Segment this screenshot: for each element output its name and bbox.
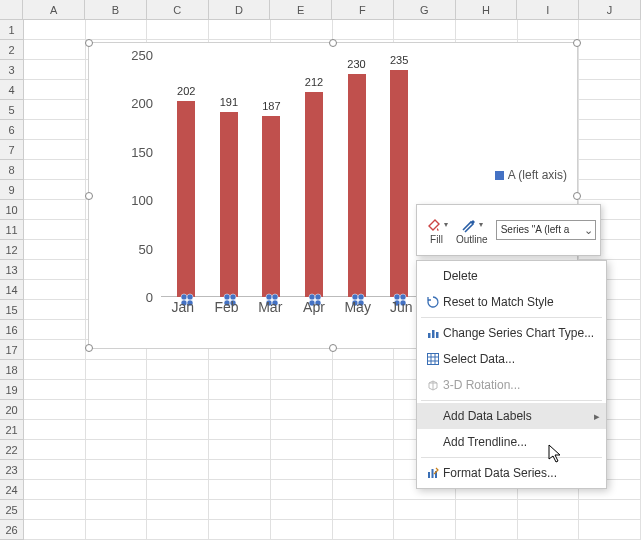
col-header[interactable]: D [209,0,271,20]
chevron-down-icon: ▾ [444,220,448,229]
col-header[interactable]: F [332,0,394,20]
svg-rect-36 [428,472,430,478]
data-label: 191 [209,96,249,108]
row-header[interactable]: 21 [0,420,24,440]
row-header[interactable]: 17 [0,340,24,360]
submenu-arrow-icon: ▸ [594,410,600,423]
row-header[interactable]: 16 [0,320,24,340]
resize-handle[interactable] [85,192,93,200]
reset-icon [423,295,443,309]
cube-icon [423,378,443,392]
row-header[interactable]: 13 [0,260,24,280]
row-header[interactable]: 9 [0,180,24,200]
row-header[interactable]: 1 [0,20,24,40]
y-tick-label: 150 [131,144,153,159]
data-label: 202 [166,85,206,97]
select-data-icon [423,352,443,366]
bar[interactable]: 187 [251,116,293,297]
resize-handle[interactable] [85,344,93,352]
col-header[interactable]: E [270,0,332,20]
x-tick-label: Mar [249,299,292,321]
x-tick-label: Apr [293,299,336,321]
menu-add-data-labels[interactable]: Add Data Labels ▸ [417,403,606,429]
col-header[interactable]: C [147,0,209,20]
col-header[interactable]: H [456,0,518,20]
chart-legend[interactable]: A (left axis) [495,168,567,182]
row-header[interactable]: 2 [0,40,24,60]
data-label: 212 [294,76,334,88]
col-header[interactable]: I [517,0,579,20]
menu-add-trendline[interactable]: Add Trendline... [417,429,606,455]
menu-select-data[interactable]: Select Data... [417,346,606,372]
column-headers: ABCDEFGHIJ [0,0,641,20]
row-header[interactable]: 22 [0,440,24,460]
fill-button[interactable]: ▾ Fill [421,214,452,247]
resize-handle[interactable] [573,192,581,200]
outline-label: Outline [456,234,488,245]
row-header[interactable]: 26 [0,520,24,540]
row-header[interactable]: 12 [0,240,24,260]
y-tick-label: 250 [131,48,153,63]
bar[interactable]: 235 [378,70,420,297]
resize-handle[interactable] [329,344,337,352]
fill-label: Fill [430,234,443,245]
y-tick-label: 200 [131,96,153,111]
col-header[interactable]: B [85,0,147,20]
series-selector-value: Series "A (left a [496,220,596,240]
menu-reset-style[interactable]: Reset to Match Style [417,289,606,315]
outline-button[interactable]: ▾ Outline [452,214,492,247]
y-tick-label: 0 [146,290,153,305]
menu-separator [421,457,602,458]
bar[interactable]: 202 [165,101,207,297]
data-label: 230 [337,58,377,70]
row-header[interactable]: 25 [0,500,24,520]
row-header[interactable]: 10 [0,200,24,220]
bar[interactable]: 191 [208,112,250,297]
row-header[interactable]: 7 [0,140,24,160]
row-header[interactable]: 24 [0,480,24,500]
row-header[interactable]: 15 [0,300,24,320]
svg-rect-28 [428,333,431,338]
mini-toolbar: ▾ Fill ▾ Outline Series "A (left a [416,204,601,256]
menu-format-data-series[interactable]: Format Data Series... [417,460,606,486]
row-header[interactable]: 14 [0,280,24,300]
series-selector[interactable]: Series "A (left a [496,220,596,240]
row-header[interactable]: 4 [0,80,24,100]
menu-delete[interactable]: Delete [417,263,606,289]
context-menu: Delete Reset to Match Style Change Serie… [416,260,607,489]
chart-type-icon [423,326,443,340]
svg-rect-29 [432,330,435,338]
bar[interactable]: 230 [336,74,378,297]
col-header[interactable]: J [579,0,641,20]
select-all-corner[interactable] [0,0,23,20]
data-label: 235 [379,54,419,66]
format-series-icon [423,466,443,480]
resize-handle[interactable] [573,39,581,47]
row-header[interactable]: 20 [0,400,24,420]
y-axis[interactable]: 050100150200250 [117,55,157,315]
row-header[interactable]: 23 [0,460,24,480]
col-header[interactable]: A [23,0,85,20]
legend-label: A (left axis) [508,168,567,182]
row-header[interactable]: 6 [0,120,24,140]
row-header[interactable]: 5 [0,100,24,120]
legend-swatch [495,171,504,180]
resize-handle[interactable] [85,39,93,47]
row-header[interactable]: 19 [0,380,24,400]
svg-rect-37 [432,469,434,478]
resize-handle[interactable] [329,39,337,47]
menu-separator [421,317,602,318]
data-label: 187 [251,100,291,112]
row-header[interactable]: 3 [0,60,24,80]
svg-rect-30 [436,332,439,338]
plot-area[interactable]: 050100150200250 202191187212230235 JanFe… [117,55,467,315]
col-header[interactable]: G [394,0,456,20]
row-header[interactable]: 8 [0,160,24,180]
menu-change-chart-type[interactable]: Change Series Chart Type... [417,320,606,346]
row-header[interactable]: 18 [0,360,24,380]
row-header[interactable]: 11 [0,220,24,240]
bar[interactable]: 212 [293,92,335,297]
y-tick-label: 50 [139,241,153,256]
svg-rect-31 [428,354,439,365]
chevron-down-icon: ▾ [479,220,483,229]
